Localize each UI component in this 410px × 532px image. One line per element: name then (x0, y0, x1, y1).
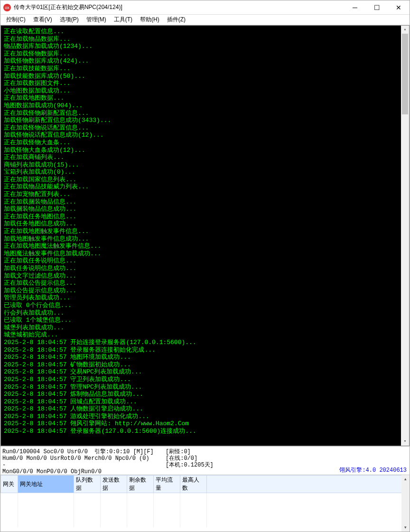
console-line: 2025-2-8 18:04:57 开始连接登录服务器(127.0.0.1:56… (4, 339, 406, 346)
titlebar: ox 传奇大学01区[正在初始交易NPC(204/124)] ─ ☐ ✕ (0, 0, 410, 15)
status-engine: 引擎:0:0:10 [M][F] (94, 448, 166, 455)
console-line: 地图数据加载成功(904)... (4, 102, 406, 110)
col-queue[interactable]: 队列数据 (74, 476, 101, 493)
console-line: 城堡列表加载成功... (4, 324, 406, 332)
table-row[interactable] (1, 510, 410, 519)
console-line: 地图魔法触发事件信息加载成功... (4, 250, 406, 258)
col-filler (207, 476, 410, 493)
engine-version-label: 翎风引擎:4.0 20240613 (339, 467, 407, 474)
console-line: 正在加载任务说明信息... (4, 257, 406, 265)
status-hum: Hum0/0 Mon0/0 UsrRot0/0 Merch0/0 Npc0/0 … (2, 455, 166, 462)
table-row[interactable] (1, 493, 410, 502)
scrollbar-thumb[interactable] (402, 34, 408, 114)
console-line: 正在加载怪物大血条... (4, 139, 406, 147)
console-line: 加载公告提示信息成功... (4, 287, 406, 295)
console-line: 2025-2-8 18:04:57 回城点配置加载成功... (4, 398, 406, 406)
menubar: 控制(C) 查看(V) 选项(P) 管理(M) 工具(T) 帮助(H) 插件(Z… (0, 15, 410, 25)
console-line: 已读取 1个城堡信息... (4, 317, 406, 324)
app-icon: ox (3, 4, 11, 11)
minimize-button[interactable]: ─ (344, 0, 366, 15)
scroll-down-icon[interactable]: ▾ (401, 438, 409, 446)
window-title: 传奇大学01区[正在初始交易NPC(204/124)] (14, 3, 344, 11)
console-line: 加载地图触发事件信息成功... (4, 235, 406, 243)
console-line: 已读取 0个行会信息... (4, 302, 406, 309)
status-mong: MonG0/0/0 MonP0/0/0 ObjRun0/0 (2, 468, 102, 475)
console-line: 加载任务说明信息成功... (4, 265, 406, 272)
console-line: 2025-2-8 18:04:57 交易NPC列表加载成功... (4, 368, 406, 376)
status-online: [在线:0/0] (166, 455, 308, 462)
scroll-down-icon[interactable]: ▾ (401, 523, 410, 532)
console-line: 加载文字过滤信息成功... (4, 272, 406, 280)
console-line: 正在加载地图触发事件信息... (4, 228, 406, 235)
console-line: 加载怪物大血条成功(12)... (4, 147, 406, 154)
console-line: 2025-2-8 18:04:57 登录服务器(127.0.0.1:5600)连… (4, 428, 406, 435)
col-gateway-addr[interactable]: 网关地址 (18, 476, 74, 493)
maximize-button[interactable]: ☐ (366, 0, 388, 15)
console-line: 正在加载任务地图信息... (4, 213, 406, 221)
menu-manage[interactable]: 管理(M) (83, 15, 110, 25)
status-dash: - (2, 462, 166, 468)
console-line: 2025-2-8 18:04:57 炼制物品信息加载成功... (4, 391, 406, 398)
console-line: 2025-2-8 18:04:57 人物数据引擎启动成功... (4, 405, 406, 413)
menu-help[interactable]: 帮助(H) (136, 15, 163, 25)
console-line: 正在加载地图数据... (4, 94, 406, 102)
console-line: 加载怪物说话配置信息成功(12)... (4, 131, 406, 139)
console-line: 正在加载国家信息列表... (4, 176, 406, 184)
col-remain[interactable]: 剩余数据 (127, 476, 154, 493)
console-line: 加载技能数据库成功(50)... (4, 73, 406, 80)
console-line: 正在加载物品技能威力列表... (4, 183, 406, 191)
status-block: Run0/100004 Soc0/0 Usr0/0 引擎:0:0:10 [M][… (0, 446, 410, 475)
console-line: 正在加载物品数据库... (4, 36, 406, 43)
console-line: 2025-2-8 18:04:57 管理NPC列表加载成功... (4, 383, 406, 391)
status-local: [本机:0.1205天] (166, 462, 308, 468)
console-scrollbar[interactable]: ▴▾ (401, 26, 409, 446)
console-line: 2025-2-8 18:04:57 登录服务器连接初始化完成... (4, 346, 406, 354)
console-line: 加载任务地图信息成功... (4, 220, 406, 228)
console-line: 加载怪物刷新配置信息成功(3433)... (4, 117, 406, 124)
table-row[interactable] (1, 519, 410, 527)
console-line: 正在加载商铺列表... (4, 154, 406, 161)
console-line: 2025-2-8 18:04:57 矿物数据初始成功... (4, 361, 406, 369)
scroll-up-icon[interactable]: ▴ (401, 475, 410, 483)
console-line: 正在加载数据图文件... (4, 80, 406, 87)
console-line: 正在加载怪物说话配置信息... (4, 124, 406, 132)
col-avgflow[interactable]: 平均流量 (154, 476, 180, 493)
console-line: 城堡城初始完成... (4, 331, 406, 339)
console-line: 行会列表加载成功... (4, 309, 406, 317)
table-row[interactable] (1, 502, 410, 510)
col-maxppl[interactable]: 最高人数 (180, 476, 207, 493)
console-line: 正在加载地图魔法触发事件信息... (4, 243, 406, 250)
gateway-table-wrap: 网关 网关地址 队列数据 发送数据 剩余数据 平均流量 最高人数 ▴ ▾ (0, 475, 410, 532)
console-line: 正在加载怪物刷新配置信息... (4, 110, 406, 117)
col-gateway[interactable]: 网关 (1, 476, 18, 493)
console-line: 正在加宠物配置列表... (4, 191, 406, 198)
console-line: 小地图数据加载成功... (4, 87, 406, 95)
console-line: 正在加载公告提示信息... (4, 280, 406, 287)
menu-view[interactable]: 查看(V) (29, 15, 56, 25)
close-button[interactable]: ✕ (388, 0, 410, 15)
status-brush: [刷怪:0] (166, 448, 308, 455)
console-line: 加载捆装物品信息成功... (4, 205, 406, 213)
console-line: 物品数据库加载成功(1234)... (4, 43, 406, 50)
console-line: 正在加载技能数据库... (4, 65, 406, 73)
console-line: 加载怪物数据库成功(424)... (4, 57, 406, 65)
col-send[interactable]: 发送数据 (101, 476, 127, 493)
menu-control[interactable]: 控制(C) (2, 15, 29, 25)
console-line: 2025-2-8 18:04:57 游戏处理引擎初始化成功... (4, 413, 406, 420)
console-line: 商铺列表加载成功(15)... (4, 161, 406, 169)
console-line: 2025-2-8 18:04:57 翎风引擎网站: http://www.Hao… (4, 420, 406, 428)
console-line: 管理员列表加载成功... (4, 294, 406, 302)
console-output: 正在读取配置信息...正在加载物品数据库...物品数据库加载成功(1234)..… (0, 25, 410, 446)
console-line: 宝箱列表加载成功(0)... (4, 168, 406, 176)
console-line: 2025-2-8 18:04:57 守卫列表加载成功... (4, 376, 406, 383)
scroll-up-icon[interactable]: ▴ (401, 26, 409, 34)
menu-options[interactable]: 选项(P) (56, 15, 83, 25)
menu-plugins[interactable]: 插件(Z) (163, 15, 189, 25)
console-line: 2025-2-8 18:04:57 地图环境加载成功... (4, 354, 406, 361)
console-line: 正在加载怪物数据库... (4, 50, 406, 58)
menu-tools[interactable]: 工具(T) (110, 15, 136, 25)
table-scrollbar[interactable]: ▴ ▾ (401, 475, 410, 532)
console-line: 正在读取配置信息... (4, 28, 406, 36)
status-run: Run0/100004 Soc0/0 Usr0/0 (2, 448, 94, 455)
console-line: 正在加载捆装物品信息... (4, 198, 406, 206)
